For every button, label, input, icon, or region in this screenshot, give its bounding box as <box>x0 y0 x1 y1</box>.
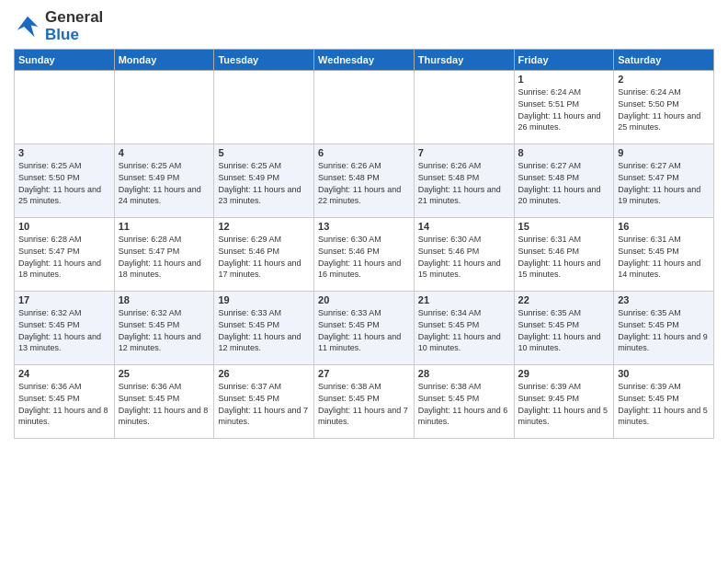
day-info: Sunrise: 6:31 AM Sunset: 5:46 PM Dayligh… <box>518 234 610 280</box>
calendar-week-3: 17Sunrise: 6:32 AM Sunset: 5:45 PM Dayli… <box>15 292 714 365</box>
day-info: Sunrise: 6:34 AM Sunset: 5:45 PM Dayligh… <box>418 307 510 353</box>
calendar-cell: 4Sunrise: 6:25 AM Sunset: 5:49 PM Daylig… <box>114 144 214 218</box>
day-number: 20 <box>318 294 410 305</box>
day-info: Sunrise: 6:33 AM Sunset: 5:45 PM Dayligh… <box>218 307 310 353</box>
day-info: Sunrise: 6:35 AM Sunset: 5:45 PM Dayligh… <box>518 307 610 353</box>
calendar-cell <box>15 71 115 144</box>
calendar-week-1: 3Sunrise: 6:25 AM Sunset: 5:50 PM Daylig… <box>15 144 714 218</box>
day-info: Sunrise: 6:26 AM Sunset: 5:48 PM Dayligh… <box>318 160 410 206</box>
day-info: Sunrise: 6:24 AM Sunset: 5:51 PM Dayligh… <box>518 86 610 132</box>
calendar-cell <box>214 71 314 144</box>
calendar-cell: 5Sunrise: 6:25 AM Sunset: 5:49 PM Daylig… <box>214 144 314 218</box>
page-container: General Blue SundayMondayTuesdayWednesda… <box>0 0 728 448</box>
day-info: Sunrise: 6:38 AM Sunset: 5:45 PM Dayligh… <box>318 381 410 427</box>
calendar-cell: 26Sunrise: 6:37 AM Sunset: 5:45 PM Dayli… <box>214 365 314 439</box>
calendar-cell: 28Sunrise: 6:38 AM Sunset: 5:45 PM Dayli… <box>414 365 514 439</box>
day-number: 30 <box>618 368 710 379</box>
day-info: Sunrise: 6:39 AM Sunset: 9:45 PM Dayligh… <box>518 381 610 427</box>
calendar-cell: 12Sunrise: 6:29 AM Sunset: 5:46 PM Dayli… <box>214 218 314 292</box>
weekday-header-friday: Friday <box>514 50 614 71</box>
calendar-cell: 22Sunrise: 6:35 AM Sunset: 5:45 PM Dayli… <box>514 292 614 365</box>
day-number: 15 <box>518 221 610 232</box>
calendar-cell: 18Sunrise: 6:32 AM Sunset: 5:45 PM Dayli… <box>114 292 214 365</box>
day-number: 19 <box>218 294 310 305</box>
day-number: 24 <box>18 368 110 379</box>
weekday-header-thursday: Thursday <box>414 50 514 71</box>
calendar-body: 1Sunrise: 6:24 AM Sunset: 5:51 PM Daylig… <box>15 71 714 439</box>
calendar-cell <box>114 71 214 144</box>
day-info: Sunrise: 6:32 AM Sunset: 5:45 PM Dayligh… <box>119 307 210 353</box>
calendar-cell: 7Sunrise: 6:26 AM Sunset: 5:48 PM Daylig… <box>414 144 514 218</box>
day-info: Sunrise: 6:33 AM Sunset: 5:45 PM Dayligh… <box>318 307 410 353</box>
calendar-cell: 17Sunrise: 6:32 AM Sunset: 5:45 PM Dayli… <box>15 292 115 365</box>
day-number: 9 <box>618 147 710 158</box>
calendar-cell: 10Sunrise: 6:28 AM Sunset: 5:47 PM Dayli… <box>15 218 115 292</box>
logo: General Blue <box>14 9 103 43</box>
weekday-header-saturday: Saturday <box>614 50 714 71</box>
calendar-cell: 13Sunrise: 6:30 AM Sunset: 5:46 PM Dayli… <box>314 218 415 292</box>
day-number: 17 <box>18 294 110 305</box>
day-number: 16 <box>618 221 710 232</box>
calendar-cell: 29Sunrise: 6:39 AM Sunset: 9:45 PM Dayli… <box>514 365 614 439</box>
day-info: Sunrise: 6:25 AM Sunset: 5:49 PM Dayligh… <box>119 160 210 206</box>
weekday-header-wednesday: Wednesday <box>314 50 415 71</box>
day-number: 5 <box>218 147 310 158</box>
calendar-cell <box>414 71 514 144</box>
calendar-cell: 27Sunrise: 6:38 AM Sunset: 5:45 PM Dayli… <box>314 365 415 439</box>
day-info: Sunrise: 6:30 AM Sunset: 5:46 PM Dayligh… <box>418 234 510 280</box>
day-info: Sunrise: 6:25 AM Sunset: 5:49 PM Dayligh… <box>218 160 310 206</box>
calendar-cell: 23Sunrise: 6:35 AM Sunset: 5:45 PM Dayli… <box>614 292 714 365</box>
day-number: 10 <box>18 221 110 232</box>
day-number: 4 <box>119 147 210 158</box>
day-number: 27 <box>318 368 410 379</box>
day-info: Sunrise: 6:30 AM Sunset: 5:46 PM Dayligh… <box>318 234 410 280</box>
calendar-cell: 15Sunrise: 6:31 AM Sunset: 5:46 PM Dayli… <box>514 218 614 292</box>
calendar-cell: 9Sunrise: 6:27 AM Sunset: 5:47 PM Daylig… <box>614 144 714 218</box>
calendar-cell: 16Sunrise: 6:31 AM Sunset: 5:45 PM Dayli… <box>614 218 714 292</box>
day-number: 25 <box>119 368 210 379</box>
day-info: Sunrise: 6:38 AM Sunset: 5:45 PM Dayligh… <box>418 381 510 427</box>
day-number: 3 <box>18 147 110 158</box>
calendar-cell: 25Sunrise: 6:36 AM Sunset: 5:45 PM Dayli… <box>114 365 214 439</box>
day-info: Sunrise: 6:27 AM Sunset: 5:48 PM Dayligh… <box>518 160 610 206</box>
calendar-week-2: 10Sunrise: 6:28 AM Sunset: 5:47 PM Dayli… <box>15 218 714 292</box>
day-number: 6 <box>318 147 410 158</box>
logo-icon <box>14 13 41 40</box>
calendar-cell: 11Sunrise: 6:28 AM Sunset: 5:47 PM Dayli… <box>114 218 214 292</box>
day-info: Sunrise: 6:26 AM Sunset: 5:48 PM Dayligh… <box>418 160 510 206</box>
day-number: 26 <box>218 368 310 379</box>
logo-text: General Blue <box>45 9 103 43</box>
day-info: Sunrise: 6:28 AM Sunset: 5:47 PM Dayligh… <box>18 234 110 280</box>
day-info: Sunrise: 6:32 AM Sunset: 5:45 PM Dayligh… <box>18 307 110 353</box>
day-info: Sunrise: 6:36 AM Sunset: 5:45 PM Dayligh… <box>119 381 210 427</box>
calendar-cell: 6Sunrise: 6:26 AM Sunset: 5:48 PM Daylig… <box>314 144 415 218</box>
day-info: Sunrise: 6:39 AM Sunset: 5:45 PM Dayligh… <box>618 381 710 427</box>
day-number: 14 <box>418 221 510 232</box>
calendar-table: SundayMondayTuesdayWednesdayThursdayFrid… <box>14 49 714 439</box>
weekday-header-row: SundayMondayTuesdayWednesdayThursdayFrid… <box>15 50 714 71</box>
day-info: Sunrise: 6:28 AM Sunset: 5:47 PM Dayligh… <box>119 234 210 280</box>
calendar-cell: 1Sunrise: 6:24 AM Sunset: 5:51 PM Daylig… <box>514 71 614 144</box>
calendar-cell: 2Sunrise: 6:24 AM Sunset: 5:50 PM Daylig… <box>614 71 714 144</box>
header: General Blue <box>14 9 714 43</box>
day-info: Sunrise: 6:37 AM Sunset: 5:45 PM Dayligh… <box>218 381 310 427</box>
day-info: Sunrise: 6:36 AM Sunset: 5:45 PM Dayligh… <box>18 381 110 427</box>
day-number: 11 <box>119 221 210 232</box>
day-number: 18 <box>119 294 210 305</box>
day-number: 23 <box>618 294 710 305</box>
calendar-week-4: 24Sunrise: 6:36 AM Sunset: 5:45 PM Dayli… <box>15 365 714 439</box>
day-info: Sunrise: 6:29 AM Sunset: 5:46 PM Dayligh… <box>218 234 310 280</box>
calendar-cell: 14Sunrise: 6:30 AM Sunset: 5:46 PM Dayli… <box>414 218 514 292</box>
calendar-week-0: 1Sunrise: 6:24 AM Sunset: 5:51 PM Daylig… <box>15 71 714 144</box>
weekday-header-tuesday: Tuesday <box>214 50 314 71</box>
day-number: 13 <box>318 221 410 232</box>
day-number: 7 <box>418 147 510 158</box>
calendar-cell: 3Sunrise: 6:25 AM Sunset: 5:50 PM Daylig… <box>15 144 115 218</box>
calendar-cell: 19Sunrise: 6:33 AM Sunset: 5:45 PM Dayli… <box>214 292 314 365</box>
calendar-cell: 30Sunrise: 6:39 AM Sunset: 5:45 PM Dayli… <box>614 365 714 439</box>
day-info: Sunrise: 6:25 AM Sunset: 5:50 PM Dayligh… <box>18 160 110 206</box>
day-number: 21 <box>418 294 510 305</box>
weekday-header-sunday: Sunday <box>15 50 115 71</box>
day-info: Sunrise: 6:31 AM Sunset: 5:45 PM Dayligh… <box>618 234 710 280</box>
calendar-cell: 8Sunrise: 6:27 AM Sunset: 5:48 PM Daylig… <box>514 144 614 218</box>
